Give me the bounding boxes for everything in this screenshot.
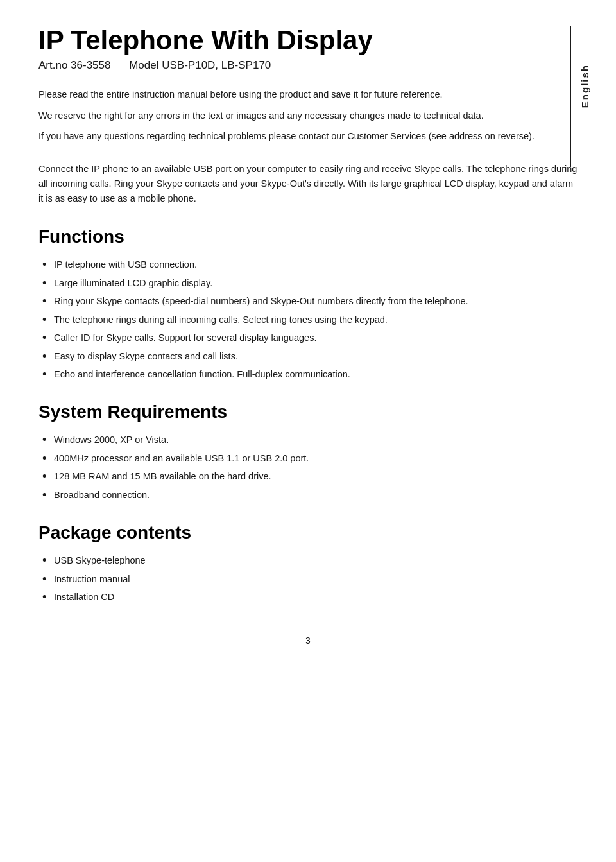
package-section-title: Package contents [38, 522, 578, 543]
intro-paragraph-1: Please read the entire instruction manua… [38, 87, 539, 101]
model-number: Model USB-P10D, LB-SP170 [129, 59, 271, 71]
list-item: IP telephone with USB connection. [38, 257, 578, 272]
list-item: 128 MB RAM and 15 MB available on the ha… [38, 469, 578, 483]
list-item: USB Skype-telephone [38, 553, 578, 567]
functions-list: IP telephone with USB connection. Large … [38, 257, 578, 381]
intro-paragraph-3: If you have any questions regarding tech… [38, 129, 539, 143]
language-label: English [579, 64, 590, 108]
functions-section-title: Functions [38, 227, 578, 247]
right-border-decoration [570, 26, 571, 167]
list-item: Caller ID for Skype calls. Support for s… [38, 331, 578, 345]
intro-paragraph-2: We reserve the right for any errors in t… [38, 108, 539, 123]
list-item: Instruction manual [38, 572, 578, 586]
list-item: Easy to display Skype contacts and call … [38, 349, 578, 363]
system-req-section-title: System Requirements [38, 402, 578, 422]
list-item: Ring your Skype contacts (speed-dial num… [38, 294, 578, 308]
list-item: Installation CD [38, 590, 578, 604]
list-item: Broadband connection. [38, 488, 578, 502]
connect-description: Connect the IP phone to an available USB… [38, 162, 578, 207]
list-item: Echo and interference cancellation funct… [38, 367, 578, 381]
page-number: 3 [38, 635, 578, 646]
list-item: Windows 2000, XP or Vista. [38, 433, 578, 447]
list-item: The telephone rings during all incoming … [38, 313, 578, 327]
system-req-list: Windows 2000, XP or Vista. 400MHz proces… [38, 433, 578, 502]
art-model-line: Art.no 36-3558 Model USB-P10D, LB-SP170 [38, 59, 578, 72]
art-number: Art.no 36-3558 [38, 59, 110, 71]
list-item: 400MHz processor and an available USB 1.… [38, 451, 578, 465]
package-list: USB Skype-telephone Instruction manual I… [38, 553, 578, 604]
main-title: IP Telephone With Display [38, 26, 578, 55]
list-item: Large illuminated LCD graphic display. [38, 276, 578, 290]
page-container: English IP Telephone With Display Art.no… [38, 26, 578, 646]
